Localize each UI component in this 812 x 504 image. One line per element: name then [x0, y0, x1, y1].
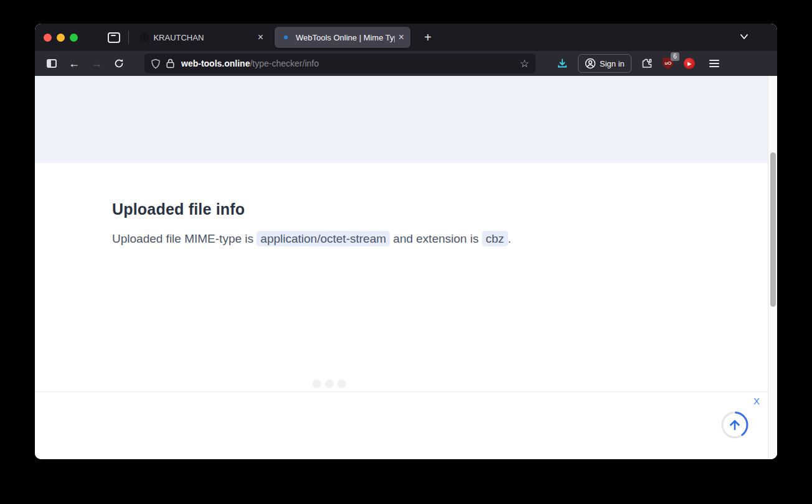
- sign-in-label: Sign in: [600, 59, 625, 68]
- tab-title: KRAUTCHAN: [153, 33, 253, 42]
- sponsorblock-button[interactable]: ▶: [680, 55, 699, 72]
- mime-type-value: application/octet-stream: [257, 231, 390, 246]
- hamburger-icon: [709, 60, 719, 67]
- page-content: Uploaded file info Uploaded file MIME-ty…: [35, 76, 777, 459]
- tab-title: WebTools Online | Mime Type Ch: [296, 33, 395, 42]
- scrollbar-track[interactable]: [768, 76, 777, 459]
- tab-close-icon[interactable]: ×: [399, 32, 404, 42]
- tab-webtools-active[interactable]: WebTools Online | Mime Type Ch ×: [275, 27, 410, 48]
- footer-divider: [35, 391, 768, 392]
- ublock-badge: 6: [671, 52, 679, 61]
- zoom-window-button[interactable]: [70, 34, 78, 42]
- play-shield-icon: ▶: [684, 58, 695, 69]
- tab-close-icon[interactable]: ×: [258, 32, 263, 42]
- close-window-button[interactable]: [44, 34, 52, 42]
- forward-button: →: [87, 55, 106, 72]
- forward-arrow-icon: →: [91, 57, 102, 70]
- tab-list-chevron-down-icon[interactable]: [740, 32, 747, 40]
- back-button[interactable]: ←: [65, 55, 83, 72]
- result-section: Uploaded file info Uploaded file MIME-ty…: [112, 200, 511, 246]
- extension-value: cbz: [482, 231, 508, 246]
- toolbar-right-cluster: Sign in uO 6 ▶: [553, 54, 724, 73]
- sign-in-button[interactable]: Sign in: [578, 54, 631, 73]
- scrollbar-thumb[interactable]: [770, 152, 776, 307]
- bookmark-star-icon[interactable]: ☆: [520, 57, 529, 70]
- menu-button[interactable]: [705, 55, 724, 72]
- maltese-cross-favicon-icon: ✠: [140, 32, 148, 44]
- sidebar-toggle-button[interactable]: [42, 55, 61, 72]
- page-title: Uploaded file info: [112, 200, 511, 218]
- url-path: /type-checker/info: [250, 58, 319, 68]
- url-host: web-tools.online: [181, 58, 250, 68]
- navigation-toolbar: ← → web-tools.online/type-checker/info ☆: [35, 51, 777, 76]
- browser-window: ✠ KRAUTCHAN × WebTools Online | Mime Typ…: [35, 24, 777, 459]
- lock-icon[interactable]: [166, 58, 174, 68]
- gear-favicon-icon: [281, 32, 291, 42]
- downloads-button[interactable]: [553, 55, 572, 72]
- minimize-window-button[interactable]: [57, 34, 65, 42]
- ublock-origin-button[interactable]: uO 6: [659, 55, 677, 72]
- reload-icon: [114, 58, 124, 68]
- url-bar[interactable]: web-tools.online/type-checker/info ☆: [144, 54, 536, 73]
- scroll-to-top-button[interactable]: [720, 411, 749, 439]
- puzzle-piece-icon: [641, 58, 653, 69]
- hero-section: [35, 76, 768, 163]
- extensions-button[interactable]: [638, 55, 656, 72]
- tab-krautchan[interactable]: ✠ KRAUTCHAN ×: [134, 27, 270, 48]
- tracking-shield-icon[interactable]: [151, 58, 161, 69]
- reload-button[interactable]: [110, 55, 128, 72]
- account-icon: [585, 58, 596, 69]
- tab-bar: ✠ KRAUTCHAN × WebTools Online | Mime Typ…: [35, 24, 777, 51]
- tab-separator: [128, 30, 129, 44]
- result-text: Uploaded file MIME-type is application/o…: [112, 232, 511, 246]
- window-controls: [44, 34, 78, 42]
- firefox-view-icon[interactable]: [108, 32, 120, 43]
- back-arrow-icon: ←: [68, 57, 80, 70]
- loading-dots: [313, 380, 346, 388]
- ad-close-button[interactable]: X: [751, 393, 762, 409]
- download-icon: [557, 58, 568, 69]
- sidebar-icon: [47, 59, 57, 68]
- new-tab-button[interactable]: +: [419, 29, 437, 46]
